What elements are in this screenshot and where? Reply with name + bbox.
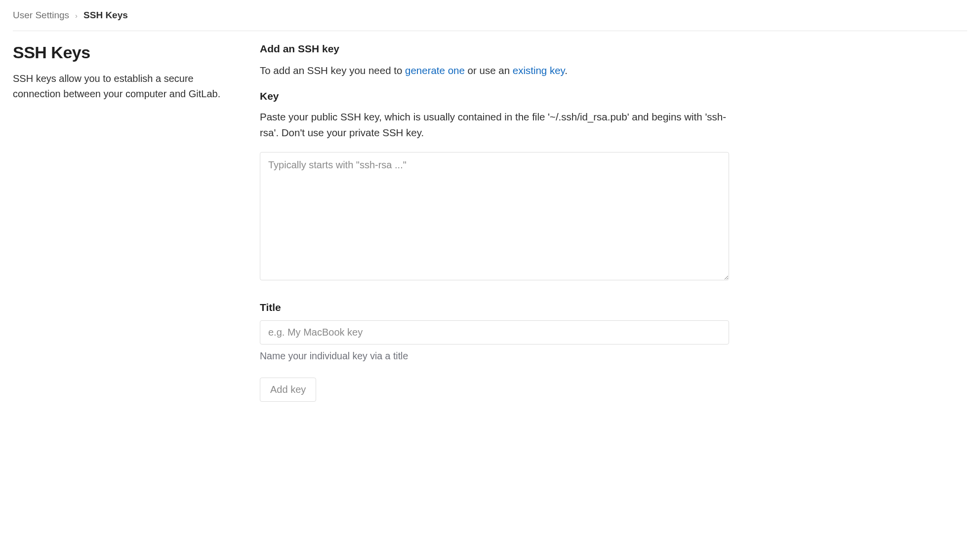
title-help-text: Name your individual key via a title — [260, 350, 729, 362]
chevron-right-icon: › — [75, 11, 78, 20]
breadcrumb: User Settings › SSH Keys — [13, 10, 967, 31]
add-text-middle: or use an — [465, 65, 513, 76]
add-ssh-heading: Add an SSH key — [260, 43, 729, 55]
generate-one-link[interactable]: generate one — [405, 65, 465, 76]
ssh-key-textarea[interactable] — [260, 152, 729, 280]
key-help-text: Paste your public SSH key, which is usua… — [260, 109, 729, 141]
add-text-prefix: To add an SSH key you need to — [260, 65, 405, 76]
page-description: SSH keys allow you to establish a secure… — [13, 71, 230, 102]
key-label: Key — [260, 90, 729, 102]
add-text-suffix: . — [565, 65, 568, 76]
page-title: SSH Keys — [13, 43, 230, 62]
left-column: SSH Keys SSH keys allow you to establish… — [13, 43, 230, 402]
breadcrumb-current: SSH Keys — [83, 10, 128, 21]
existing-key-link[interactable]: existing key — [513, 65, 565, 76]
title-label: Title — [260, 302, 729, 313]
content-area: SSH Keys SSH keys allow you to establish… — [13, 31, 967, 402]
add-ssh-text: To add an SSH key you need to generate o… — [260, 63, 729, 78]
breadcrumb-parent[interactable]: User Settings — [13, 10, 69, 21]
add-key-button[interactable]: Add key — [260, 378, 316, 402]
right-column: Add an SSH key To add an SSH key you nee… — [260, 43, 729, 402]
title-input[interactable] — [260, 320, 729, 344]
